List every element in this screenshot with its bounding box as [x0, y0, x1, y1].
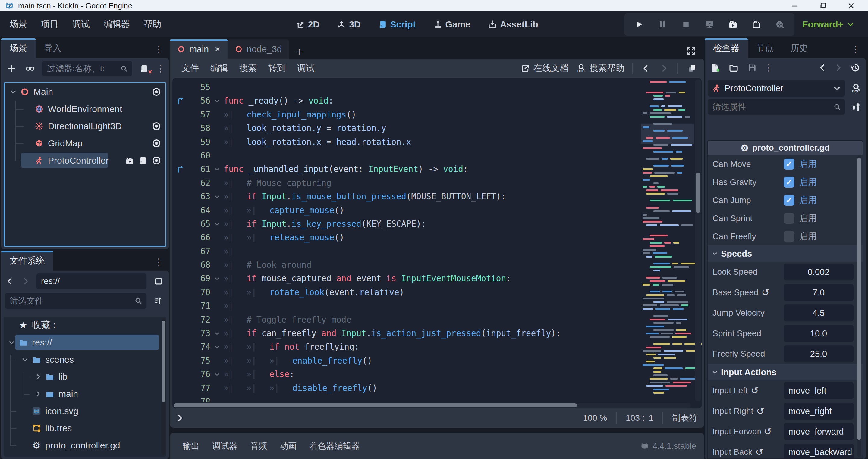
visibility-toggle-icon[interactable]	[152, 156, 161, 165]
checkbox[interactable]: ✓	[784, 159, 795, 170]
maximize-button[interactable]	[817, 1, 828, 10]
fs-path-input[interactable]	[40, 276, 142, 287]
script-history-back-button[interactable]	[641, 61, 651, 75]
revert-icon[interactable]: ↺	[762, 287, 770, 298]
script-attached-icon[interactable]	[138, 156, 147, 165]
tab-scene[interactable]: 场景	[1, 38, 36, 58]
tab-filesystem[interactable]: 文件系统	[1, 251, 53, 271]
panel-menu-icon[interactable]: ⋮	[154, 45, 163, 54]
inspector-back-button[interactable]	[817, 61, 828, 75]
expand-icon[interactable]	[33, 391, 43, 397]
script-menu-goto[interactable]: 转到	[268, 62, 286, 74]
code-line-63[interactable]: 63»|if Input.is_mouse_button_pressed(MOU…	[173, 190, 638, 203]
menu-project[interactable]: 项目	[41, 19, 59, 30]
code-area[interactable]: 5556func _ready() -> void:57»|check_inpu…	[173, 78, 702, 408]
visibility-toggle-icon[interactable]	[152, 121, 161, 131]
float-panel-button[interactable]	[685, 61, 699, 75]
fs-back-button[interactable]	[5, 274, 15, 289]
code-line-62[interactable]: 62»|# Mouse capturing	[173, 176, 638, 190]
inspector-tools-button[interactable]	[849, 100, 863, 114]
script-menu-debug[interactable]: 调试	[297, 62, 315, 74]
value-field[interactable]: 0.002	[784, 264, 854, 281]
bottom-tab-output[interactable]: 输出	[183, 440, 199, 452]
bottom-tab-shader-editor[interactable]: 着色器编辑器	[309, 440, 360, 452]
code-line-69[interactable]: 69»|if mouse_captured and event is Input…	[173, 272, 638, 285]
workspace-tab-game[interactable]: Game	[433, 19, 470, 30]
search-help-button[interactable]: DOC 搜索帮助	[576, 62, 624, 74]
section-input-actions[interactable]: Input Actions	[708, 364, 863, 381]
code-line-71[interactable]: 71»|	[173, 299, 638, 313]
fs-item-main[interactable]: main	[4, 385, 166, 402]
menu-debug[interactable]: 调试	[72, 19, 90, 30]
code-line-73[interactable]: 73»|if can_freefly and Input.is_action_j…	[173, 326, 638, 340]
panel-menu-icon[interactable]: ⋮	[851, 45, 860, 54]
code-line-72[interactable]: 72»|# Toggle freefly mode	[173, 313, 638, 326]
fs-filter-field[interactable]	[5, 293, 147, 309]
menu-help[interactable]: 帮助	[144, 19, 161, 30]
inspector-forward-button[interactable]	[833, 61, 843, 75]
code-line-57[interactable]: 57»|check_input_mappings()	[173, 108, 638, 121]
bottom-tab-audio[interactable]: 音频	[250, 440, 267, 452]
inspector-scrollbar[interactable]	[857, 156, 861, 457]
online-docs-button[interactable]: 在线文档	[521, 62, 568, 74]
workspace-tab-assetlib[interactable]: AssetLib	[488, 19, 538, 30]
scene-tree-item-main[interactable]: Main	[4, 83, 165, 100]
value-field[interactable]: move_forward	[784, 423, 854, 440]
value-field[interactable]: 25.0	[784, 346, 854, 362]
code-minimap[interactable]	[641, 79, 694, 401]
code-line-75[interactable]: 75»|»|»|enable_freefly()	[173, 354, 638, 367]
scene-filter-field[interactable]	[42, 61, 132, 76]
code-line-67[interactable]: 67»|	[173, 244, 638, 258]
section-speeds[interactable]: Speeds	[708, 245, 863, 262]
code-line-78[interactable]: 78	[173, 395, 638, 402]
checkbox[interactable]: ✓	[784, 177, 795, 188]
fold-icon[interactable]	[214, 275, 220, 282]
collapse-icon[interactable]	[8, 89, 19, 95]
scene-tree-menu-icon[interactable]: ⋮	[156, 64, 165, 73]
code-line-68[interactable]: 68»|# Look around	[173, 258, 638, 272]
script-section-header[interactable]: ⚙ proto_controller.gd	[708, 141, 863, 155]
script-menu-search[interactable]: 搜索	[239, 62, 257, 74]
fs-item-lib.tres[interactable]: lib.tres	[4, 420, 166, 437]
fs-item-icon.svg[interactable]: icon.svg	[4, 402, 166, 420]
pause-button[interactable]	[656, 17, 669, 32]
panel-menu-icon[interactable]: ⋮	[154, 258, 163, 267]
scene-tree-item-protocontroller[interactable]: ProtoController	[4, 152, 165, 169]
detach-script-button[interactable]: ×	[137, 61, 151, 76]
renderer-selector[interactable]: Forward+	[802, 19, 854, 30]
code-line-60[interactable]: 60	[173, 149, 638, 162]
open-node-docs-button[interactable]: DOC	[849, 81, 863, 96]
tab-import[interactable]: 导入	[36, 38, 70, 58]
value-field[interactable]: move_right	[784, 403, 854, 420]
scripts-panel-toggle-icon[interactable]	[173, 411, 186, 425]
new-resource-button[interactable]	[708, 61, 721, 75]
revert-icon[interactable]: ↺	[755, 446, 764, 458]
code-line-59[interactable]: 59»|look_rotation.x = head.rotation.x	[173, 135, 638, 149]
zoom-level[interactable]: 100 %	[583, 413, 607, 423]
add-node-button[interactable]	[5, 61, 18, 76]
close-button[interactable]	[846, 1, 857, 10]
checkbox[interactable]	[784, 213, 795, 224]
instance-scene-button[interactable]	[24, 61, 37, 76]
scene-tab-node3d[interactable]: node_3d	[227, 39, 289, 59]
fs-split-view-button[interactable]	[152, 274, 165, 289]
collapse-icon[interactable]	[20, 356, 30, 363]
fold-icon[interactable]	[214, 194, 220, 200]
bottom-tab-debugger[interactable]: 调试器	[212, 440, 238, 452]
fold-icon[interactable]	[214, 166, 220, 172]
code-line-56[interactable]: 56func _ready() -> void:	[173, 94, 638, 107]
indent-type[interactable]: 制表符	[672, 412, 698, 424]
inspector-extra-menu-icon[interactable]: ⋮	[764, 63, 773, 72]
fold-icon[interactable]	[214, 98, 220, 104]
fold-icon[interactable]	[214, 371, 220, 378]
tab-node[interactable]: 节点	[748, 38, 782, 58]
fs-item-scenes[interactable]: scenes	[4, 351, 166, 368]
minimize-button[interactable]	[789, 1, 800, 10]
code-line-55[interactable]: 55	[173, 80, 638, 94]
scene-tree-item-directionallight3d[interactable]: DirectionalLight3D	[4, 118, 165, 135]
code-line-70[interactable]: 70»|»|rotate_look(event.relative)	[173, 286, 638, 299]
visibility-toggle-icon[interactable]	[152, 138, 161, 148]
close-tab-icon[interactable]: ×	[215, 44, 220, 54]
expand-icon[interactable]	[33, 373, 43, 380]
scene-tab-main[interactable]: main ×	[170, 39, 227, 59]
